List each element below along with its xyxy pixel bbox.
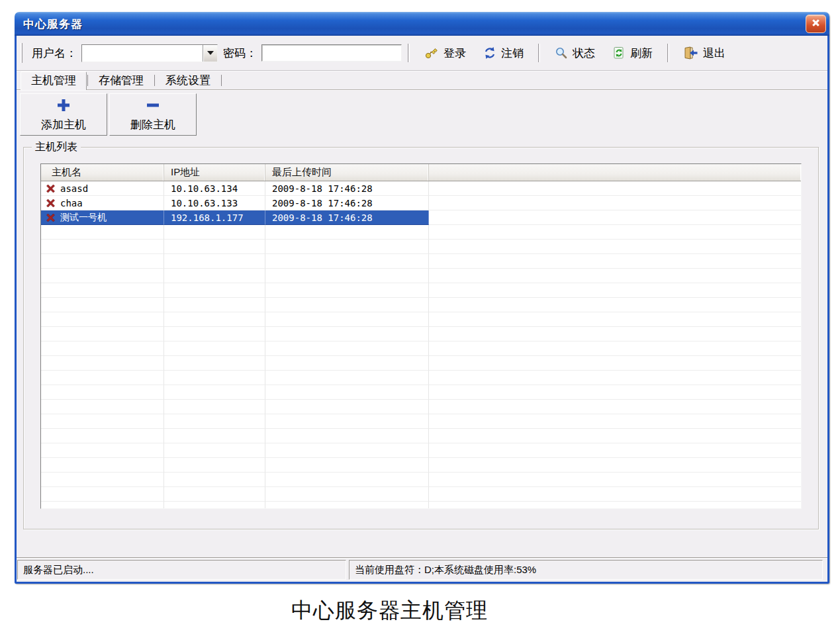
tab-storage[interactable]: 存储管理 bbox=[89, 72, 154, 89]
column-header-last-upload[interactable]: 最后上传时间 bbox=[265, 164, 429, 181]
cell-filler bbox=[429, 196, 801, 210]
username-dropdown-button[interactable] bbox=[203, 45, 217, 62]
empty-cell bbox=[41, 312, 164, 327]
empty-row[interactable] bbox=[41, 371, 801, 385]
status-button-label: 状态 bbox=[573, 46, 595, 61]
empty-cell bbox=[41, 327, 164, 341]
empty-row[interactable] bbox=[41, 327, 801, 341]
username-combobox[interactable] bbox=[81, 44, 218, 62]
empty-cell bbox=[164, 473, 265, 487]
empty-cell bbox=[164, 414, 265, 429]
tab-system[interactable]: 系统设置 bbox=[156, 72, 220, 89]
empty-row[interactable] bbox=[41, 385, 801, 400]
empty-row[interactable] bbox=[41, 429, 801, 443]
refresh-icon bbox=[612, 46, 626, 60]
cell-filler bbox=[429, 181, 801, 196]
empty-row[interactable] bbox=[41, 443, 801, 458]
empty-cell bbox=[41, 371, 164, 385]
empty-cell bbox=[429, 254, 801, 269]
username-input[interactable] bbox=[82, 45, 203, 62]
empty-row[interactable] bbox=[41, 400, 801, 414]
column-header-hostname[interactable]: 主机名 bbox=[41, 164, 164, 181]
cell-hostname: 测试一号机 bbox=[41, 210, 164, 225]
empty-row[interactable] bbox=[41, 341, 801, 356]
empty-row[interactable] bbox=[41, 225, 801, 240]
empty-cell bbox=[164, 298, 265, 312]
empty-row[interactable] bbox=[41, 502, 801, 509]
empty-cell bbox=[41, 356, 164, 371]
empty-cell bbox=[164, 385, 265, 400]
cell-last-upload: 2009-8-18 17:46:28 bbox=[265, 196, 429, 210]
empty-cell bbox=[41, 414, 164, 429]
empty-cell bbox=[265, 443, 429, 458]
delete-x-icon bbox=[46, 199, 56, 208]
login-button-label: 登录 bbox=[443, 46, 466, 61]
empty-cell bbox=[164, 312, 265, 327]
empty-cell bbox=[164, 254, 265, 269]
empty-row[interactable] bbox=[41, 283, 801, 298]
empty-row[interactable] bbox=[41, 269, 801, 283]
empty-row[interactable] bbox=[41, 458, 801, 473]
dropdown-arrow-icon bbox=[207, 51, 214, 55]
cell-hostname: chaa bbox=[41, 196, 164, 210]
empty-row[interactable] bbox=[41, 487, 801, 502]
toolbar-separator bbox=[408, 44, 410, 62]
empty-row[interactable] bbox=[41, 473, 801, 487]
close-button[interactable] bbox=[806, 15, 826, 33]
empty-cell bbox=[265, 225, 429, 240]
column-header-ip[interactable]: IP地址 bbox=[164, 164, 265, 181]
empty-row[interactable] bbox=[41, 414, 801, 429]
status-button[interactable]: 状态 bbox=[549, 42, 601, 64]
empty-cell bbox=[41, 487, 164, 502]
hostname-text: 测试一号机 bbox=[60, 212, 107, 224]
empty-row[interactable] bbox=[41, 254, 801, 269]
key-icon bbox=[424, 46, 439, 60]
empty-cell bbox=[429, 240, 801, 254]
empty-row[interactable] bbox=[41, 356, 801, 371]
empty-cell bbox=[429, 356, 801, 371]
empty-cell bbox=[429, 298, 801, 312]
empty-cell bbox=[41, 502, 164, 509]
cell-ip: 10.10.63.134 bbox=[164, 181, 265, 196]
empty-cell bbox=[429, 473, 801, 487]
empty-cell bbox=[41, 283, 164, 298]
empty-cell bbox=[41, 298, 164, 312]
empty-cell bbox=[164, 443, 265, 458]
table-row[interactable]: asasd10.10.63.1342009-8-18 17:46:28 bbox=[41, 181, 801, 196]
toolbar-grip[interactable] bbox=[21, 43, 23, 63]
logout-button[interactable]: 注销 bbox=[477, 42, 530, 64]
table-body: asasd10.10.63.1342009-8-18 17:46:28chaa1… bbox=[41, 181, 801, 509]
empty-row[interactable] bbox=[41, 312, 801, 327]
empty-cell bbox=[164, 341, 265, 356]
empty-cell bbox=[429, 371, 801, 385]
host-list-groupbox: 主机列表 主机名 IP地址 最后上传时间 asasd10.10.63.13420… bbox=[23, 147, 819, 529]
minus-icon bbox=[145, 97, 161, 116]
empty-cell bbox=[265, 312, 429, 327]
empty-cell bbox=[429, 502, 801, 509]
exit-button[interactable]: 退出 bbox=[678, 42, 731, 64]
cell-last-upload: 2009-8-18 17:46:28 bbox=[265, 181, 429, 196]
status-panel-disk: 当前使用盘符：D;本系统磁盘使用率:53% bbox=[349, 560, 823, 580]
table-row[interactable]: chaa10.10.63.1332009-8-18 17:46:28 bbox=[41, 196, 801, 210]
refresh-button[interactable]: 刷新 bbox=[606, 42, 659, 64]
delete-x-icon bbox=[46, 213, 56, 222]
empty-cell bbox=[265, 327, 429, 341]
screenshot-canvas: 中心服务器 用户名： 密码： bbox=[0, 0, 840, 636]
empty-cell bbox=[429, 327, 801, 341]
login-button[interactable]: 登录 bbox=[418, 42, 472, 64]
empty-row[interactable] bbox=[41, 240, 801, 254]
window-titlebar[interactable]: 中心服务器 bbox=[15, 12, 829, 36]
empty-cell bbox=[265, 283, 429, 298]
exit-icon bbox=[684, 46, 698, 60]
empty-cell bbox=[41, 240, 164, 254]
host-table[interactable]: 主机名 IP地址 最后上传时间 asasd10.10.63.1342009-8-… bbox=[40, 163, 802, 509]
add-host-button[interactable]: 添加主机 bbox=[20, 93, 107, 136]
empty-cell bbox=[429, 385, 801, 400]
table-row[interactable]: 测试一号机192.168.1.1772009-8-18 17:46:28 bbox=[41, 210, 801, 225]
empty-row[interactable] bbox=[41, 298, 801, 312]
empty-cell bbox=[164, 487, 265, 502]
remove-host-button[interactable]: 删除主机 bbox=[109, 93, 197, 136]
password-input[interactable] bbox=[261, 44, 402, 62]
tab-hosts[interactable]: 主机管理 bbox=[21, 71, 87, 90]
logout-button-label: 注销 bbox=[501, 46, 524, 61]
